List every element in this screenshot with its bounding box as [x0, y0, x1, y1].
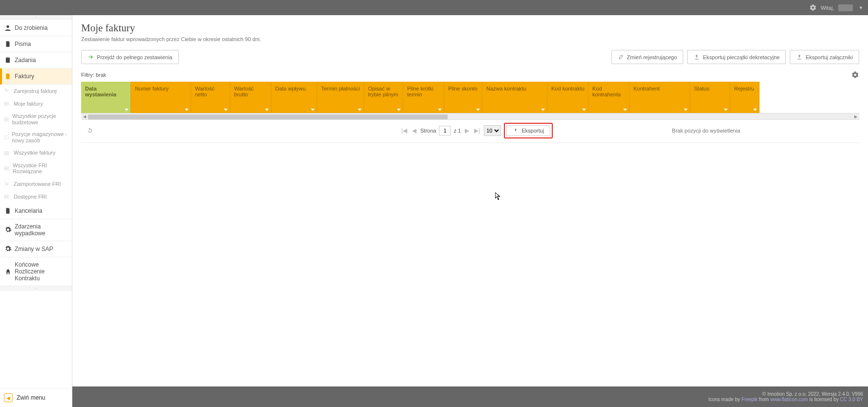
- scroll-thumb[interactable]: [88, 114, 448, 119]
- column-dropdown-icon[interactable]: [185, 109, 189, 111]
- column-dropdown-icon[interactable]: [125, 109, 129, 111]
- grid-column-header[interactable]: Opisać w trybie pilnym: [364, 82, 403, 113]
- page-prev-button[interactable]: ◀: [411, 127, 417, 134]
- column-dropdown-icon[interactable]: [438, 109, 442, 111]
- sidebar-sub-fri-rozw[interactable]: ▤Wszystkie FRI Rozwiązane: [0, 159, 72, 178]
- collapse-menu-button[interactable]: ◀ Zwiń menu: [0, 388, 72, 407]
- cc-link[interactable]: CC 3.0 BY: [840, 397, 863, 402]
- sidebar-sub-moje-faktury[interactable]: ▤Moje faktury: [0, 97, 72, 110]
- column-label: Status: [694, 86, 709, 91]
- grid-column-header[interactable]: Nazwa kontraktu: [482, 82, 547, 113]
- column-dropdown-icon[interactable]: [224, 109, 228, 111]
- page-title: Moje faktury: [81, 22, 859, 34]
- sidebar-item-do-zrobienia[interactable]: Do zrobienia: [0, 20, 72, 36]
- chevron-down-icon[interactable]: ▼: [859, 5, 863, 10]
- grid-column-header[interactable]: Kod kontraktu: [547, 82, 588, 113]
- topbar-greeting: Witaj,: [821, 5, 834, 11]
- svg-rect-1: [6, 58, 10, 63]
- grid-column-header[interactable]: Data wystawienia: [81, 82, 131, 113]
- pager: |◀ ◀ Strona z 1 ▶ ▶| 10 Eksportuj B: [81, 120, 859, 143]
- page-input[interactable]: [439, 126, 451, 136]
- button-label: Zmień rejestrującego: [627, 54, 677, 60]
- grid-column-header[interactable]: Kontrahent: [629, 82, 690, 113]
- sidebar-sub-fri-dostepne[interactable]: ▤Dostępne FRI: [0, 190, 72, 203]
- sidebar-sub-pozycje-budz[interactable]: ▤Wszystkie pozycje budżetowe: [0, 110, 72, 128]
- sidebar-item-zdarzenia[interactable]: Zdarzenia wypadkowe: [0, 219, 72, 241]
- export-stamps-button[interactable]: Eksportuj pieczątki dekretacyjne: [687, 50, 786, 64]
- page-last-button[interactable]: ▶|: [473, 127, 481, 134]
- grid-settings-icon[interactable]: [851, 71, 859, 79]
- gear-icon: [4, 226, 12, 234]
- grid-column-header[interactable]: Data wpływu: [271, 82, 317, 113]
- gear-icon: [4, 245, 12, 253]
- grid-column-header[interactable]: Numer faktury: [131, 82, 191, 113]
- sidebar-sub-fri-import[interactable]: ⇲Zaimportowane FRI: [0, 178, 72, 190]
- user-icon: [4, 24, 12, 32]
- button-label: Eksportuj załączniki: [805, 54, 853, 60]
- sidebar-sub-pozycje-mag[interactable]: ◫Pozycje magazynowe - nowy zasób: [0, 128, 72, 146]
- gear-icon[interactable]: [809, 4, 817, 11]
- page-size-select[interactable]: 10: [484, 125, 501, 136]
- refresh-icon[interactable]: [86, 127, 94, 135]
- column-dropdown-icon[interactable]: [623, 109, 627, 111]
- drag-handle-bottom[interactable]: ◦: [0, 286, 72, 291]
- list-icon: ▤: [4, 100, 11, 107]
- grid-column-header[interactable]: Wartość netto: [191, 82, 230, 113]
- column-dropdown-icon[interactable]: [265, 109, 269, 111]
- grid-column-header[interactable]: Wartość brutto: [230, 82, 271, 113]
- export-button[interactable]: Eksportuj: [506, 125, 550, 136]
- sidebar-item-zmiany-sap[interactable]: Zmiany w SAP: [0, 241, 72, 257]
- grid-column-header[interactable]: Status: [690, 82, 730, 113]
- grid-column-header[interactable]: Rejestru: [730, 82, 760, 113]
- main: Moje faktury Zestawienie faktur wprowadz…: [72, 15, 868, 407]
- page-subtitle: Zestawienie faktur wprowadzonych przez C…: [81, 36, 859, 42]
- sidebar-item-pisma[interactable]: Pisma: [0, 36, 72, 52]
- flaticon-link[interactable]: www.flaticon.com: [770, 397, 808, 402]
- grid-column-header[interactable]: Termin płatności: [317, 82, 364, 113]
- column-label: Data wystawienia: [85, 86, 128, 97]
- topbar: Witaj, ▼: [0, 0, 868, 15]
- column-label: Kontrahent: [633, 86, 660, 91]
- column-dropdown-icon[interactable]: [753, 109, 757, 111]
- export-icon: [694, 54, 700, 60]
- freepik-link[interactable]: Freepik: [741, 397, 758, 402]
- sidebar-item-label: Zdarzenia wypadkowe: [15, 223, 68, 237]
- sidebar-item-kancelaria[interactable]: Kancelaria: [0, 203, 72, 219]
- drag-handle-top[interactable]: ◦: [0, 15, 72, 20]
- column-dropdown-icon[interactable]: [397, 109, 401, 111]
- page-first-button[interactable]: |◀: [400, 127, 408, 134]
- change-registrant-button[interactable]: Zmień rejestrującego: [611, 50, 684, 64]
- sidebar-item-faktury[interactable]: Faktury: [0, 68, 72, 85]
- sidebar-sub-wszystkie-faktury[interactable]: ▤Wszystkie faktury: [0, 147, 72, 159]
- grid-column-header[interactable]: Kod kontrahenta: [588, 82, 629, 113]
- column-dropdown-icon[interactable]: [724, 109, 728, 111]
- grid-hscroll[interactable]: ◀ ▶: [81, 113, 859, 120]
- column-label: Opisać w trybie pilnym: [368, 86, 400, 97]
- column-dropdown-icon[interactable]: [476, 109, 480, 111]
- swap-icon: [618, 54, 624, 60]
- topbar-user[interactable]: [838, 4, 853, 11]
- column-dropdown-icon[interactable]: [541, 109, 545, 111]
- scroll-left-icon[interactable]: ◀: [81, 113, 88, 120]
- column-dropdown-icon[interactable]: [358, 109, 362, 111]
- sidebar-item-rozliczenie[interactable]: Końcowe Rozliczenie Kontraktu: [0, 257, 72, 286]
- button-label: Przejdź do pełnego zestawienia: [97, 54, 173, 60]
- grid-empty-text: Brak pozycji do wyświetlenia: [558, 128, 854, 134]
- sidebar-sub-zarejestruj[interactable]: ✎Zarejestruj fakturę: [0, 85, 72, 97]
- list-icon: ▤: [4, 116, 9, 123]
- column-dropdown-icon[interactable]: [684, 109, 688, 111]
- list-icon: ▤: [4, 165, 10, 172]
- scroll-right-icon[interactable]: ▶: [852, 113, 859, 120]
- grid-column-header[interactable]: Pilne skonto: [444, 82, 482, 113]
- column-dropdown-icon[interactable]: [582, 109, 586, 111]
- page-next-button[interactable]: ▶: [464, 127, 470, 134]
- column-label: Wartość brutto: [234, 86, 268, 97]
- export-attachments-button[interactable]: Eksportuj załączniki: [790, 50, 859, 64]
- sidebar-item-label: Do zrobienia: [15, 24, 47, 31]
- doc-icon: [4, 40, 12, 48]
- grid-header-row: Data wystawieniaNumer fakturyWartość net…: [81, 82, 859, 113]
- grid-column-header[interactable]: Pilne krótki termin: [403, 82, 444, 113]
- sidebar-item-zadania[interactable]: Zadania: [0, 52, 72, 68]
- column-dropdown-icon[interactable]: [311, 109, 315, 111]
- full-listing-button[interactable]: Przejdź do pełnego zestawienia: [81, 50, 179, 64]
